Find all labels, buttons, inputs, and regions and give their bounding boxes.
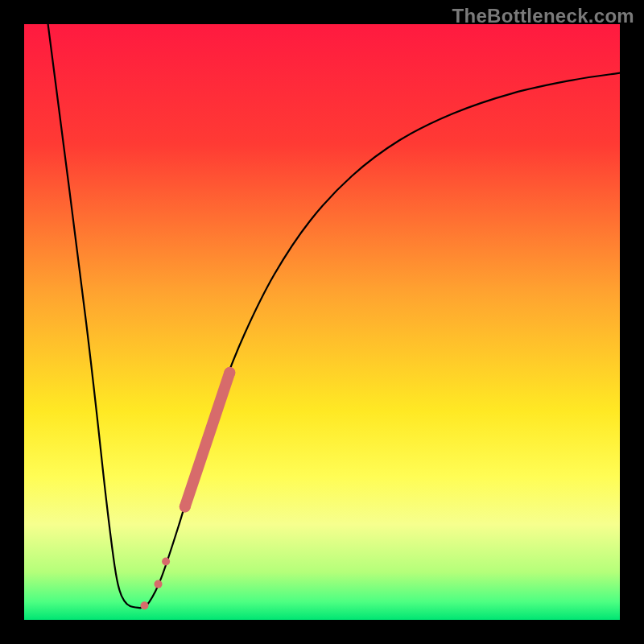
- chart-svg: [24, 24, 620, 620]
- marker-band-bottom-cap: [180, 501, 191, 512]
- marker-dot-3: [140, 601, 148, 609]
- watermark-label: TheBottleneck.com: [452, 5, 634, 27]
- gradient-background: [24, 24, 620, 620]
- marker-dot-1: [162, 557, 170, 565]
- chart-frame: TheBottleneck.com: [0, 0, 644, 644]
- marker-band-top-cap: [224, 367, 235, 378]
- marker-dot-2: [155, 580, 163, 588]
- plot-area: [24, 24, 620, 620]
